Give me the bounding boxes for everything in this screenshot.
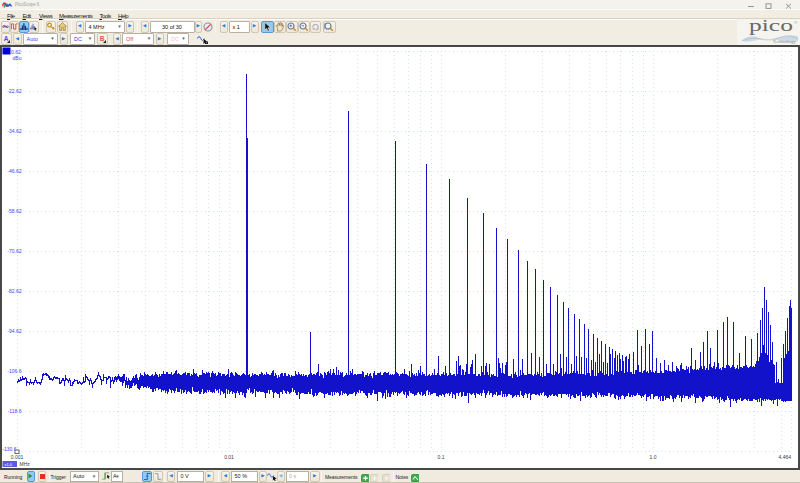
svg-text:-46.62: -46.62 (7, 168, 21, 174)
svg-text:0.1: 0.1 (438, 454, 445, 460)
svg-text:-106.6: -106.6 (7, 368, 21, 374)
svg-text:x1.0: x1.0 (5, 462, 13, 467)
svg-text:MHz: MHz (20, 461, 31, 467)
svg-text:4.464: 4.464 (778, 454, 791, 460)
svg-text:-34.62: -34.62 (7, 128, 21, 134)
svg-text:1.0: 1.0 (650, 454, 657, 460)
svg-text:-70.62: -70.62 (7, 248, 21, 254)
svg-text:-58.62: -58.62 (7, 208, 21, 214)
svg-text:-82.62: -82.62 (7, 288, 21, 294)
svg-text:0.001: 0.001 (11, 454, 24, 460)
svg-text:dBu: dBu (13, 55, 22, 61)
svg-text:-22.62: -22.62 (7, 88, 21, 94)
svg-text:0.62: 0.62 (11, 49, 21, 55)
svg-text:0.01: 0.01 (224, 454, 234, 460)
svg-text:-94.62: -94.62 (7, 328, 21, 334)
svg-text:-118.6: -118.6 (8, 408, 22, 414)
